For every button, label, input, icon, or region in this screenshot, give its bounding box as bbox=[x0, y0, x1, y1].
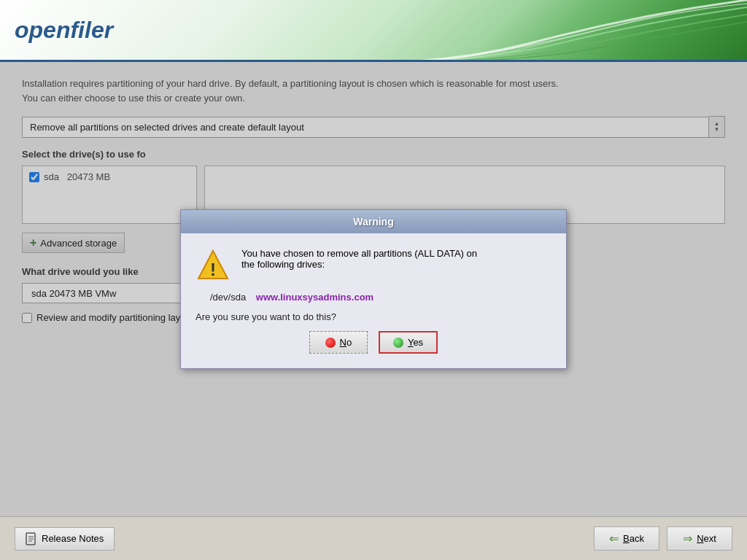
back-button[interactable]: ⇐ Back bbox=[594, 526, 659, 551]
svg-text:!: ! bbox=[210, 260, 216, 279]
modal-buttons: No Yes bbox=[196, 331, 551, 357]
modal-device-row: /dev/sda www.linuxsysadmins.com bbox=[196, 292, 551, 303]
warning-triangle-icon: ! bbox=[196, 248, 231, 283]
red-dot-icon bbox=[325, 338, 336, 348]
footer-nav: ⇐ Back ⇒ Next bbox=[594, 526, 732, 551]
warning-modal: Warning ! You have chosen to remove all … bbox=[180, 209, 567, 369]
green-dot-icon bbox=[393, 338, 403, 348]
modal-overlay: Warning ! You have chosen to remove all … bbox=[0, 62, 747, 516]
document-icon bbox=[26, 532, 37, 545]
modal-message-line1: You have chosen to remove all partitions… bbox=[241, 248, 477, 259]
main-content: Installation requires partitioning of yo… bbox=[0, 62, 747, 516]
modal-device-path: /dev/sda bbox=[210, 292, 246, 303]
modal-website: www.linuxsysadmins.com bbox=[256, 292, 374, 303]
modal-body: ! You have chosen to remove all partitio… bbox=[181, 233, 566, 368]
release-notes-label: Release Notes bbox=[42, 533, 104, 544]
yes-button[interactable]: Yes bbox=[379, 331, 438, 354]
back-arrow-icon: ⇐ bbox=[609, 532, 619, 545]
header-decoration bbox=[382, 0, 747, 62]
no-label: No bbox=[340, 337, 352, 348]
next-arrow-icon: ⇒ bbox=[683, 532, 692, 545]
modal-message: You have chosen to remove all partitions… bbox=[241, 248, 477, 270]
release-notes-button[interactable]: Release Notes bbox=[15, 527, 115, 551]
modal-question: Are you sure you want to do this? bbox=[196, 311, 551, 322]
modal-header: Warning bbox=[181, 210, 566, 233]
next-button[interactable]: ⇒ Next bbox=[667, 526, 732, 551]
back-label: Back bbox=[623, 533, 644, 544]
no-button[interactable]: No bbox=[309, 331, 368, 354]
app-logo: openfiler bbox=[15, 17, 113, 44]
yes-label: Yes bbox=[408, 337, 423, 348]
modal-top-row: ! You have chosen to remove all partitio… bbox=[196, 248, 551, 283]
footer: Release Notes ⇐ Back ⇒ Next bbox=[0, 516, 747, 560]
modal-message-line2: the following drives: bbox=[241, 259, 477, 270]
header: openfiler bbox=[0, 0, 747, 62]
next-label: Next bbox=[697, 533, 716, 544]
